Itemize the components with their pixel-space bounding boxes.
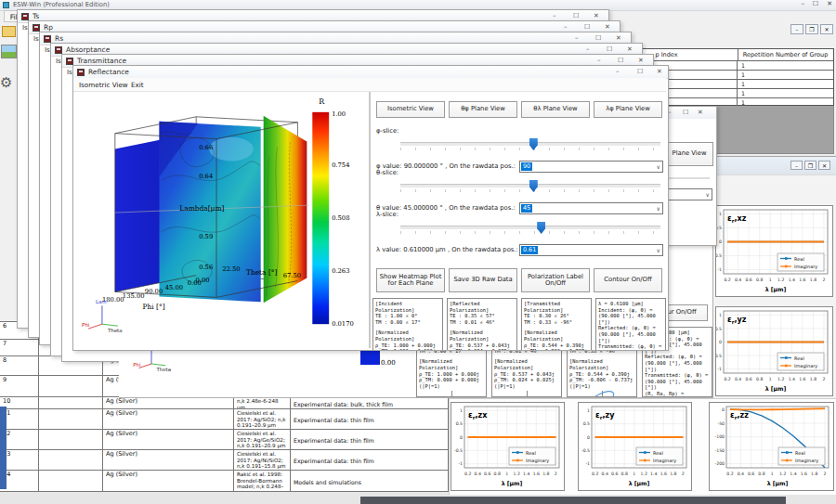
action-button-3[interactable]: Contour On/Off: [594, 268, 662, 292]
mini-maximize-button[interactable]: ☐: [683, 109, 688, 117]
mdi-minimize-button[interactable]: –: [790, 24, 803, 34]
action-button-0[interactable]: Show Heatmap Plot for Each Plane: [376, 268, 445, 292]
reflectance-maximize-button[interactable]: ☐: [637, 68, 643, 76]
background-window-minimize-button[interactable]: –: [564, 23, 568, 32]
svg-text:0.00: 0.00: [196, 277, 210, 284]
view-button-1[interactable]: θφ Plane View: [449, 101, 517, 118]
rawdata-pos-combobox-0[interactable]: 90∨: [519, 161, 663, 173]
svg-text:0.508: 0.508: [332, 214, 349, 222]
svg-text:R: R: [319, 97, 325, 106]
mini-plane-view-button[interactable]: Plane View: [665, 142, 713, 166]
background-window-maximize-button[interactable]: ☐: [573, 12, 579, 20]
minimize-button[interactable]: –: [802, 0, 805, 7]
svg-text:2: 2: [822, 377, 825, 381]
rawdata-pos-combobox-2[interactable]: 0.61∨: [519, 244, 663, 256]
table-cell-reference: Ciesielski et al. 2017: Ag/SiO2; n,k 0.1…: [234, 408, 291, 429]
polarization-info-box-2: [Transmitted Polarization]TE : 0.30 ∠ 26…: [521, 298, 592, 350]
application-root: ESW-Win (Professional Edition) – ☐ ✕ Fil…: [0, 0, 836, 504]
svg-text:Theta: Theta: [155, 367, 171, 372]
repetition-cell: 1: [738, 88, 833, 97]
reflectance-titlebar[interactable]: Reflectance – ☐ ✕: [73, 66, 668, 79]
rawdata-pos-combobox-1[interactable]: 45∨: [519, 202, 663, 214]
child-restore-button[interactable]: ❐: [804, 161, 816, 170]
slice-slider-1[interactable]: [400, 180, 660, 193]
info-line: TM : 0.33 ∠ -96°: [524, 319, 589, 326]
table-cell-reference: Ciesielski et al. 2017: Ag/Ni/SiO2; n,k …: [234, 449, 291, 470]
mini-combobox[interactable]: ∨: [666, 188, 712, 200]
repetition-cell: 1: [738, 79, 833, 88]
background-window-close-icon[interactable]: ✕: [594, 12, 599, 20]
reflectance-minimize-button[interactable]: –: [616, 68, 620, 76]
svg-text:1.8: 1.8: [670, 472, 676, 476]
mini-titlebar[interactable]: – ☐ ✕: [663, 107, 716, 119]
action-button-2[interactable]: Polarization Label On/Off: [521, 268, 590, 292]
image-icon[interactable]: [1, 45, 17, 58]
svg-text:0.8: 0.8: [494, 472, 501, 476]
background-window-minimize-button[interactable]: –: [553, 12, 556, 20]
mini-slider-track[interactable]: [667, 177, 710, 180]
svg-text:0.6: 0.6: [745, 278, 751, 282]
mini-close-icon[interactable]: ✕: [698, 109, 703, 117]
background-window-close-icon[interactable]: ✕: [638, 57, 644, 65]
svg-text:Lam: Lam: [96, 299, 107, 304]
svg-text:λ [μm]: λ [μm]: [629, 480, 650, 487]
svg-text:0: 0: [587, 435, 590, 440]
svg-text:0.4: 0.4: [475, 472, 481, 476]
repetition-header-cell: Repetition Number of Group: [738, 49, 833, 60]
plot3d-canvas[interactable]: 180.00135.0090.0045.000.00Phi [°]0.0022.…: [75, 92, 371, 348]
child-minimize-button[interactable]: –: [790, 161, 803, 170]
view-button-2[interactable]: θλ Plane View: [521, 101, 590, 118]
background-window-title: Absorptance: [66, 45, 110, 54]
child-close-icon[interactable]: ✕: [818, 161, 830, 170]
svg-text:0.4: 0.4: [735, 278, 741, 282]
close-icon[interactable]: ✕: [827, 0, 832, 7]
reflectance-title: Reflectance: [88, 68, 129, 76]
background-window-close-icon[interactable]: ✕: [627, 45, 633, 54]
svg-text:0.66: 0.66: [199, 144, 213, 151]
table-cell-empty: [39, 396, 103, 408]
background-window-close-icon[interactable]: ✕: [616, 34, 621, 43]
svg-text:1.8: 1.8: [810, 278, 816, 282]
svg-text:1.6: 1.6: [533, 472, 540, 476]
table-cell-reference: Rakić et al. 1998: Brendel-Bormann model…: [234, 470, 291, 491]
slice-slider-2[interactable]: [400, 222, 660, 235]
info-line: ρ_TE: 1.000 + 0.000j: [375, 342, 440, 349]
reflectance-menubar: Isometric View Exit: [73, 78, 666, 92]
info-line: TE : 0.30 ∠ 26°: [524, 313, 589, 319]
maximize-button[interactable]: ☐: [813, 0, 818, 7]
background-window-maximize-button[interactable]: ☐: [595, 34, 601, 43]
view-button-3[interactable]: λφ Plane View: [594, 101, 662, 118]
svg-text:λ [μm]: λ [μm]: [765, 286, 787, 293]
svg-text:0.6: 0.6: [748, 472, 754, 476]
background-window-minimize-button[interactable]: –: [575, 34, 579, 43]
info-line: ρ_TM: 0.000 + 0.000j: [419, 377, 484, 383]
slice-slider-0[interactable]: [400, 138, 660, 151]
svg-text:0.8: 0.8: [756, 278, 763, 282]
background-window-minimize-button[interactable]: –: [586, 45, 590, 54]
menu-isometric-view[interactable]: Isometric View: [79, 81, 128, 89]
mdi-close-icon[interactable]: ✕: [820, 24, 833, 34]
menu-exit[interactable]: Exit: [131, 81, 144, 89]
background-window-title: Transmittance: [77, 57, 126, 65]
action-button-1[interactable]: Save 3D Raw Data: [449, 268, 517, 292]
background-window-maximize-button[interactable]: ☐: [618, 57, 623, 65]
svg-text:0.8: 0.8: [756, 377, 763, 381]
background-window-maximize-button[interactable]: ☐: [607, 45, 612, 54]
info-line: ρ_TM: 0.000 + 0.000j: [375, 348, 440, 350]
svg-text:Lambda[μm]: Lambda[μm]: [179, 204, 224, 213]
reflectance-close-icon[interactable]: ✕: [657, 68, 662, 76]
svg-text:0.5: 0.5: [716, 327, 722, 331]
view-button-0[interactable]: Isometric View: [376, 101, 445, 118]
folder-icon[interactable]: [2, 26, 16, 37]
info-line: ρ_TE: 1.000 + 0.000j: [419, 371, 484, 378]
gear-icon[interactable]: ⚙: [0, 74, 17, 91]
svg-text:Real: Real: [794, 256, 804, 262]
info-line: ρ_TM: 0.024 + 0.025j: [450, 348, 515, 350]
background-window-maximize-button[interactable]: ☐: [584, 23, 590, 32]
background-window-close-icon[interactable]: ✕: [605, 23, 610, 32]
svg-text:0.754: 0.754: [332, 162, 349, 169]
mdi-restore-button[interactable]: ❐: [805, 24, 818, 34]
background-window-minimize-button[interactable]: –: [597, 57, 601, 65]
info-line: Transmitted: (φ, θ) = (90.000 [°], 45.00…: [598, 343, 663, 350]
table-row-number: 8: [0, 355, 39, 375]
